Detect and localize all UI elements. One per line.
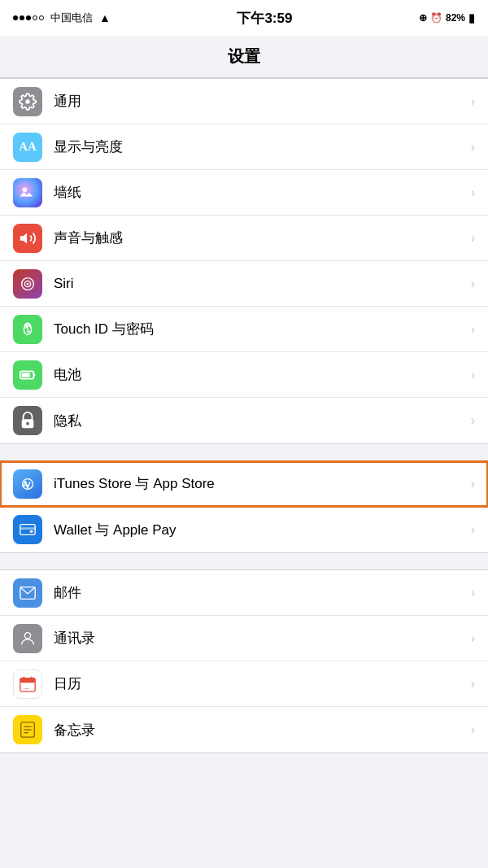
status-bar: 中国电信 ▲ 下午3:59 ⊕ ⏰ 82% ▮ [0, 0, 488, 36]
icon-siri [13, 269, 42, 299]
dot4 [33, 15, 37, 20]
gap2 [0, 553, 488, 569]
icon-notes [13, 715, 42, 744]
icon-display: AA [13, 133, 42, 162]
page-title: 设置 [228, 46, 260, 68]
svg-rect-8 [33, 373, 35, 377]
chevron-siri: › [471, 277, 475, 291]
svg-marker-2 [20, 233, 27, 243]
label-siri: Siri [54, 276, 464, 292]
svg-point-11 [26, 422, 29, 425]
chevron-sounds: › [471, 231, 475, 246]
label-battery: 电池 [54, 365, 464, 384]
chevron-contacts: › [471, 631, 475, 646]
alarm-icon: ⏰ [430, 12, 442, 24]
row-display[interactable]: AA 显示与亮度 › [0, 124, 488, 170]
svg-rect-9 [22, 373, 30, 377]
chevron-battery: › [471, 368, 475, 382]
row-itunes[interactable]: A iTunes Store 与 App Store › [0, 461, 488, 507]
label-display: 显示与亮度 [54, 137, 464, 156]
svg-text:...: ... [24, 684, 29, 690]
row-siri[interactable]: Siri › [0, 261, 488, 307]
icon-contacts [13, 624, 42, 653]
dot2 [20, 15, 24, 20]
label-itunes: iTunes Store 与 App Store [54, 474, 464, 493]
chevron-privacy: › [471, 413, 475, 428]
chevron-display: › [471, 140, 475, 155]
chevron-itunes: › [471, 477, 475, 491]
svg-point-1 [23, 187, 27, 192]
location-icon: ⊕ [419, 12, 427, 24]
settings-list: 通用 › AA 显示与亮度 › 墙纸 › 声音与触感 › Siri [0, 78, 488, 753]
icon-mail [13, 578, 42, 608]
label-general: 通用 [54, 92, 464, 111]
icon-touchid [13, 315, 42, 344]
signal-dots [13, 15, 44, 20]
icon-itunes: A [13, 469, 42, 499]
label-notes: 备忘录 [54, 721, 464, 739]
svg-point-5 [27, 282, 29, 285]
icon-sounds [13, 224, 42, 253]
label-wallet: Wallet 与 Apple Pay [54, 521, 464, 539]
chevron-wallet: › [471, 522, 475, 537]
chevron-general: › [471, 94, 475, 109]
status-left: 中国电信 ▲ [13, 11, 111, 25]
store-section: A iTunes Store 与 App Store › Wallet 与 Ap… [0, 460, 488, 553]
row-touchid[interactable]: Touch ID 与密码 › [0, 307, 488, 352]
label-contacts: 通讯录 [54, 629, 464, 648]
dot3 [26, 15, 31, 20]
label-calendar: 日历 [54, 674, 464, 693]
svg-point-0 [25, 99, 30, 104]
row-wallet[interactable]: Wallet 与 Apple Pay › [0, 507, 488, 552]
icon-calendar: ... [13, 670, 42, 699]
row-mail[interactable]: 邮件 › [0, 570, 488, 616]
label-sounds: 声音与触感 [54, 229, 464, 247]
row-notes[interactable]: 备忘录 › [0, 707, 488, 752]
svg-rect-17 [30, 530, 33, 533]
row-contacts[interactable]: 通讯录 › [0, 616, 488, 661]
label-privacy: 隐私 [54, 412, 464, 430]
row-battery[interactable]: 电池 › [0, 352, 488, 398]
row-general[interactable]: 通用 › [0, 79, 488, 124]
icon-wallpaper [13, 178, 42, 207]
battery-percent: 82% [446, 12, 465, 24]
gap1 [0, 444, 488, 460]
chevron-notes: › [471, 722, 475, 737]
row-wallpaper[interactable]: 墙纸 › [0, 170, 488, 216]
apps-section: 邮件 › 通讯录 › ... 日历 › 备忘录 › [0, 569, 488, 753]
row-sounds[interactable]: 声音与触感 › [0, 216, 488, 261]
row-privacy[interactable]: 隐私 › [0, 398, 488, 443]
svg-rect-16 [20, 527, 35, 530]
label-touchid: Touch ID 与密码 [54, 320, 464, 338]
chevron-calendar: › [471, 677, 475, 691]
icon-general [13, 87, 42, 116]
status-right: ⊕ ⏰ 82% ▮ [419, 11, 475, 24]
label-mail: 邮件 [54, 583, 464, 602]
general-section: 通用 › AA 显示与亮度 › 墙纸 › 声音与触感 › Siri [0, 78, 488, 444]
status-time: 下午3:59 [237, 9, 292, 28]
chevron-mail: › [471, 586, 475, 600]
svg-point-19 [24, 632, 30, 638]
chevron-wallpaper: › [471, 185, 475, 200]
icon-battery [13, 360, 42, 390]
icon-wallet [13, 515, 42, 544]
nav-header: 设置 [0, 36, 488, 78]
row-calendar[interactable]: ... 日历 › [0, 661, 488, 707]
label-wallpaper: 墙纸 [54, 183, 464, 202]
dot5 [39, 15, 44, 20]
chevron-touchid: › [471, 322, 475, 337]
svg-rect-21 [20, 678, 35, 683]
battery-icon: ▮ [468, 11, 475, 24]
dot1 [13, 15, 18, 20]
icon-privacy [13, 406, 42, 435]
carrier-label: 中国电信 [50, 11, 93, 25]
wifi-icon: ▲ [99, 11, 111, 24]
